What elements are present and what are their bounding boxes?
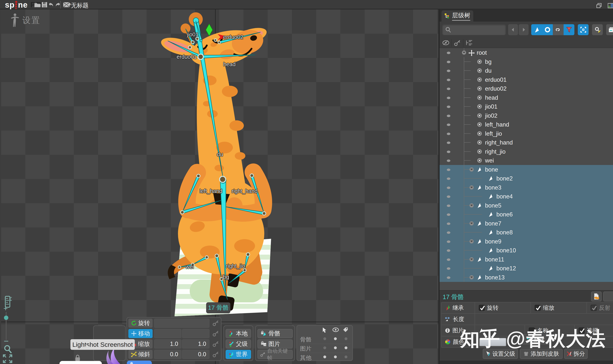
- tree-row-bg[interactable]: bg: [440, 57, 613, 66]
- restore-window-icon[interactable]: [596, 3, 602, 8]
- filter-dot[interactable]: [345, 346, 347, 349]
- visibility-dot[interactable]: [447, 187, 450, 189]
- visibility-dot[interactable]: [447, 79, 450, 81]
- bone-joint[interactable]: [218, 41, 221, 44]
- frame-select-icon[interactable]: [578, 24, 588, 35]
- tree-row-bone13[interactable]: bone13: [440, 273, 613, 282]
- value-field-x[interactable]: 1.0: [154, 339, 181, 349]
- bone-joint[interactable]: [178, 266, 181, 268]
- bone-joint[interactable]: [196, 37, 199, 40]
- search-edit-icon[interactable]: [592, 24, 603, 35]
- save-icon[interactable]: [41, 1, 48, 8]
- bone-joint[interactable]: [205, 256, 208, 259]
- checkbox-旋转[interactable]: [479, 305, 485, 311]
- visibility-dot[interactable]: [447, 169, 450, 171]
- magnifier-icon[interactable]: [3, 344, 13, 355]
- tree-row-bone6[interactable]: bone6: [440, 210, 613, 219]
- visibility-dot[interactable]: [447, 231, 450, 234]
- setup-mode-indicator[interactable]: 设置: [11, 13, 40, 27]
- filter-dot[interactable]: [345, 337, 347, 340]
- undo-icon[interactable]: [48, 1, 54, 8]
- bone-joint[interactable]: [198, 54, 203, 59]
- tree-row-bone12[interactable]: bone12: [440, 264, 613, 273]
- tree-row-bone[interactable]: bone: [440, 165, 613, 174]
- coord-space-父级[interactable]: 父级: [226, 339, 251, 349]
- filter-dot[interactable]: [345, 355, 347, 358]
- export-selection-button[interactable]: [591, 292, 602, 301]
- visibility-dot[interactable]: [447, 259, 450, 261]
- tree-row-bone8[interactable]: bone8: [440, 228, 613, 237]
- checkbox-反射[interactable]: [591, 305, 597, 311]
- visibility-dot[interactable]: [447, 159, 450, 162]
- bone-joint[interactable]: [181, 210, 184, 214]
- tree-row-bone7[interactable]: bone7: [440, 219, 613, 228]
- filter-dot[interactable]: [323, 337, 326, 340]
- bone-joint[interactable]: [215, 254, 218, 258]
- visibility-dot[interactable]: [447, 213, 450, 216]
- tree-row-jio02[interactable]: jio02: [440, 111, 613, 120]
- visibility-dot[interactable]: [447, 97, 450, 99]
- bone-joint[interactable]: [197, 174, 200, 178]
- bone-joint[interactable]: [262, 212, 266, 215]
- filter-dot[interactable]: [323, 346, 326, 349]
- filter-dot[interactable]: [334, 337, 337, 340]
- tree-row-bone9[interactable]: bone9: [440, 237, 613, 246]
- coord-space-本地[interactable]: 本地: [226, 329, 251, 338]
- transform-tool-移动[interactable]: 移动: [128, 329, 153, 338]
- visibility-dot[interactable]: [447, 276, 450, 279]
- length-value-cell[interactable]: [475, 314, 613, 325]
- filter-dot[interactable]: [334, 346, 337, 349]
- visibility-dot[interactable]: [447, 205, 450, 207]
- lock-图片-button[interactable]: 图片: [257, 339, 293, 349]
- tree-row-left_hand[interactable]: left_hand: [440, 120, 613, 129]
- transform-tool-旋转[interactable]: 旋转: [128, 319, 153, 328]
- popup-pill[interactable]: [59, 361, 102, 364]
- expander-icon[interactable]: [469, 275, 474, 279]
- value-field[interactable]: [154, 319, 209, 328]
- eye-icon[interactable]: [332, 327, 339, 333]
- visibility-dot[interactable]: [447, 267, 450, 270]
- prev-match-button[interactable]: [508, 24, 518, 35]
- collapse-tree-icon[interactable]: [606, 24, 613, 35]
- split-layout-icon[interactable]: [608, 3, 613, 8]
- tree-row-erduo02[interactable]: erduo02: [440, 84, 613, 93]
- expander-icon[interactable]: [469, 185, 474, 190]
- tab-hierarchy-tree[interactable]: 层级树: [441, 10, 473, 22]
- tree-row-erduo01[interactable]: erduo01: [440, 75, 613, 84]
- confirm-button[interactable]: [127, 361, 152, 364]
- tree-row-bone2[interactable]: bone2: [440, 174, 613, 183]
- export-icon[interactable]: [63, 1, 70, 8]
- tree-row-bone10[interactable]: bone10: [440, 246, 613, 255]
- visibility-dot[interactable]: [447, 61, 450, 63]
- value-field-x[interactable]: [154, 329, 181, 338]
- tag-icon[interactable]: [343, 327, 348, 334]
- autokey-button[interactable]: 自动关键帧: [257, 350, 293, 359]
- fit-view-icon[interactable]: [3, 354, 13, 364]
- bone-joint[interactable]: [220, 176, 226, 182]
- zoom-slider-handle[interactable]: [4, 316, 8, 320]
- tree-row-left_jio[interactable]: left_jio: [440, 129, 613, 138]
- filter-dot[interactable]: [323, 355, 326, 358]
- key-frame-icon[interactable]: [211, 319, 220, 328]
- rename-button[interactable]: [603, 292, 613, 301]
- key-icon[interactable]: [454, 40, 461, 46]
- tree-row-du[interactable]: du: [440, 66, 613, 75]
- redo-icon[interactable]: [54, 1, 61, 8]
- indent-icon[interactable]: [466, 40, 473, 46]
- checkbox-缩放[interactable]: [535, 305, 541, 311]
- tree-row-right_hand[interactable]: right_hand: [440, 138, 613, 147]
- tree-row-bone3[interactable]: bone3: [440, 183, 613, 192]
- value-field-y[interactable]: 0.0: [182, 350, 209, 359]
- bone-joint[interactable]: [220, 278, 223, 281]
- tree-row-bone5[interactable]: bone5: [440, 201, 613, 210]
- tree-row-root[interactable]: root: [440, 48, 613, 57]
- visibility-dot[interactable]: [447, 142, 450, 144]
- visibility-dot[interactable]: [447, 88, 450, 90]
- transform-tool-倾斜[interactable]: 倾斜: [128, 350, 153, 359]
- lock-骨骼-button[interactable]: 骨骼: [257, 329, 293, 338]
- folder-icon[interactable]: [34, 1, 41, 8]
- coord-space-世界[interactable]: 世界: [226, 350, 251, 359]
- visibility-dot[interactable]: [447, 151, 450, 153]
- visibility-dot[interactable]: [447, 195, 450, 198]
- expander-icon[interactable]: [469, 239, 474, 244]
